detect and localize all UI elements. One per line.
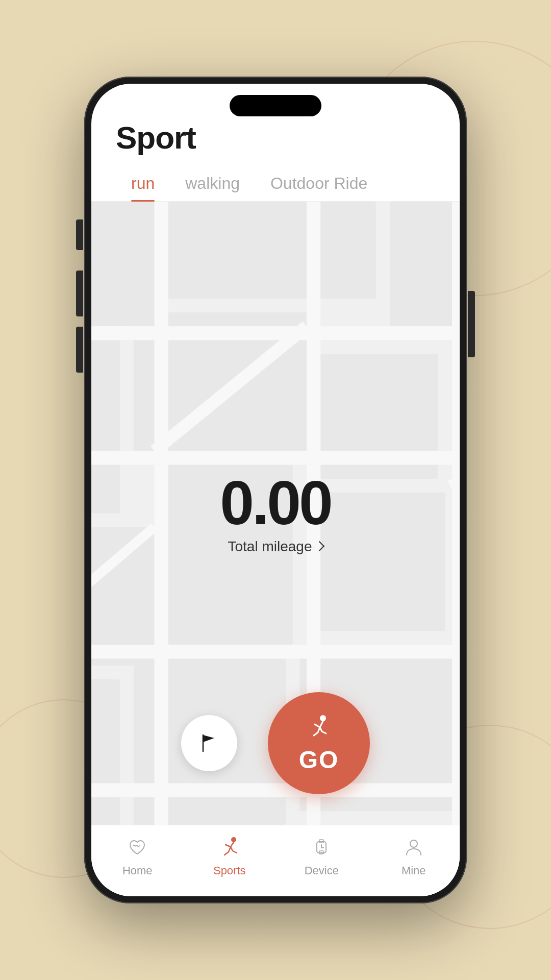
nav-label-device: Device — [305, 864, 339, 877]
svg-rect-21 — [91, 645, 460, 658]
page-title: Sport — [116, 119, 435, 156]
svg-rect-3 — [390, 202, 460, 340]
phone-frame: Sport run walking Outdoor Ride — [84, 77, 467, 903]
svg-rect-4 — [91, 340, 120, 513]
svg-rect-1 — [91, 202, 155, 326]
flag-button[interactable] — [181, 715, 237, 771]
header: Sport — [91, 114, 460, 156]
runner-icon — [304, 713, 334, 744]
svg-point-33 — [410, 840, 417, 847]
distance-value: 0.00 — [220, 472, 331, 533]
svg-rect-19 — [91, 326, 460, 340]
nav-item-home[interactable]: Home — [91, 834, 184, 877]
nav-icon-device — [308, 834, 335, 860]
nav-label-home: Home — [122, 864, 153, 877]
distance-label-text: Total mileage — [228, 538, 312, 555]
map-actions: GO — [91, 692, 460, 794]
nav-label-sports: Sports — [213, 864, 246, 877]
tab-run[interactable]: run — [116, 166, 170, 201]
svg-rect-2 — [168, 202, 376, 299]
go-button-label: GO — [299, 746, 339, 774]
tab-walking[interactable]: walking — [170, 166, 255, 201]
profile-icon — [403, 836, 425, 858]
dynamic-island — [230, 95, 321, 116]
map-container: 0.00 Total mileage — [91, 202, 460, 825]
svg-point-26 — [320, 715, 326, 721]
bottom-nav: Home Sports — [91, 825, 460, 896]
nav-item-device[interactable]: Device — [276, 834, 368, 877]
distance-overlay: 0.00 Total mileage — [220, 472, 331, 555]
tab-bar: run walking Outdoor Ride — [91, 166, 460, 202]
volume-down-button — [76, 327, 83, 373]
go-button[interactable]: GO — [268, 692, 370, 794]
volume-up-button — [76, 271, 83, 316]
nav-icon-mine — [400, 834, 427, 860]
svg-point-27 — [231, 837, 236, 842]
tab-outdoor-ride[interactable]: Outdoor Ride — [255, 166, 383, 201]
phone-screen: Sport run walking Outdoor Ride — [91, 84, 460, 896]
nav-icon-sports — [216, 834, 243, 860]
power-button — [468, 291, 475, 357]
nav-item-mine[interactable]: Mine — [368, 834, 460, 877]
nav-label-mine: Mine — [402, 864, 426, 877]
heart-icon — [126, 836, 148, 858]
nav-icon-home — [124, 834, 151, 860]
chevron-right-icon — [315, 541, 325, 551]
flag-icon — [198, 732, 220, 754]
volume-mute-button — [76, 219, 83, 250]
nav-item-sports[interactable]: Sports — [184, 834, 276, 877]
svg-rect-20 — [91, 451, 460, 464]
distance-label[interactable]: Total mileage — [220, 538, 331, 555]
watch-icon — [310, 836, 333, 858]
running-icon — [218, 836, 241, 858]
